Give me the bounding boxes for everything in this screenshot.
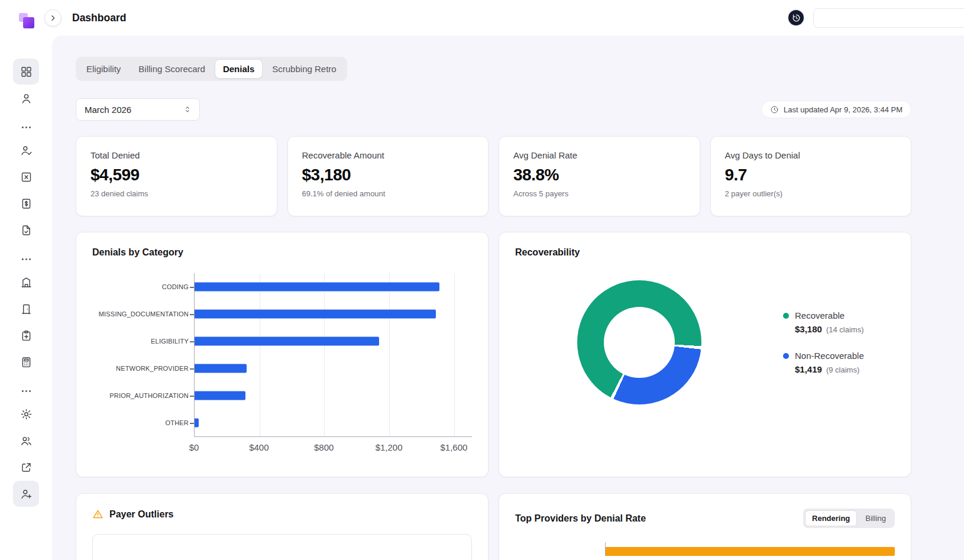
- stat-card-avg-days-to-denial: Avg Days to Denial9.72 payer outlier(s): [710, 136, 912, 216]
- stat-value: 38.8%: [513, 166, 685, 184]
- sidebar-item-denials[interactable]: [13, 164, 39, 190]
- x-square-icon: [20, 171, 33, 183]
- sidebar: [0, 0, 52, 560]
- user-plus-icon: [20, 488, 33, 500]
- sidebar-item-claims[interactable]: [13, 217, 39, 243]
- sidebar-item-invite-user[interactable]: [13, 481, 39, 507]
- charts-row: Denials by Category CODINGMISSING_DOCUME…: [76, 232, 911, 477]
- bar-prior-authorization: [195, 391, 245, 400]
- grid-icon: [20, 66, 33, 78]
- payer-outliers-card: Payer Outliers: [76, 493, 489, 560]
- bar-missing-documentation: [195, 310, 436, 319]
- sidebar-item-settings[interactable]: [13, 401, 39, 427]
- sidebar-expand-button[interactable]: [44, 9, 62, 27]
- provider-type-toggle: RenderingBilling: [803, 509, 895, 528]
- stat-sub: 69.1% of denied amount: [302, 189, 474, 198]
- denials-by-category-title: Denials by Category: [92, 247, 472, 258]
- bar-category-label: PRIOR_AUTHORIZATION: [92, 382, 194, 409]
- gear-icon: [20, 408, 33, 420]
- bar-category-label: MISSING_DOCUMENTATION: [92, 300, 194, 328]
- sidebar-item-calculator[interactable]: [13, 349, 39, 375]
- bar-category-label: CODING: [92, 273, 194, 300]
- legend-dot: [783, 353, 789, 359]
- stat-card-total-denied: Total Denied$4,59923 denied claims: [76, 136, 277, 216]
- x-tick-label: $400: [249, 442, 269, 452]
- page-title: Dashboard: [72, 0, 126, 35]
- top-providers-card: Top Providers by Denial Rate RenderingBi…: [499, 493, 911, 560]
- legend-value: $3,180: [795, 324, 822, 334]
- provider-label-column: [515, 542, 605, 556]
- last-updated-text: Last updated Apr 9, 2026, 3:44 PM: [784, 105, 902, 114]
- door-icon: [20, 303, 33, 315]
- sidebar-item-more-3[interactable]: [13, 382, 39, 400]
- stat-sub: 2 payer outlier(s): [725, 189, 897, 198]
- tab-scrubbing-retro[interactable]: Scrubbing Retro: [264, 59, 344, 79]
- last-updated-badge: Last updated Apr 9, 2026, 3:44 PM: [761, 101, 911, 118]
- external-link-icon: [20, 461, 33, 474]
- stat-value: $4,599: [90, 166, 263, 184]
- tab-eligibility[interactable]: Eligibility: [78, 59, 129, 79]
- ellipsis-icon: [20, 385, 33, 397]
- sidebar-item-more-2[interactable]: [13, 250, 39, 268]
- bar-row: [195, 328, 472, 355]
- view-tabs: EligibilityBilling ScorecardDenialsScrub…: [76, 57, 347, 81]
- month-select-value: March 2026: [85, 105, 131, 115]
- bar-eligibility: [195, 337, 379, 346]
- sidebar-item-facilities[interactable]: [13, 269, 39, 295]
- tab-billing-scorecard[interactable]: Billing Scorecard: [130, 59, 213, 79]
- sidebar-item-team[interactable]: [13, 428, 39, 454]
- sidebar-item-records[interactable]: [13, 296, 39, 322]
- unfold-chevrons-icon: [183, 105, 192, 114]
- recoverability-title: Recoverability: [515, 247, 895, 258]
- stat-card-avg-denial-rate: Avg Denial Rate38.8%Across 5 payers: [499, 136, 700, 216]
- sidebar-item-eligibility[interactable]: [13, 137, 39, 163]
- axis-tick-mark: [190, 341, 194, 342]
- recoverability-card: Recoverability Recoverable$3,180(14 clai…: [499, 232, 911, 477]
- toggle-billing[interactable]: Billing: [858, 510, 893, 526]
- axis-tick-mark: [190, 287, 194, 288]
- stats-row: Total Denied$4,59923 denied claimsRecove…: [76, 136, 911, 216]
- legend-dot: [783, 313, 789, 319]
- sidebar-item-billing[interactable]: [13, 190, 39, 216]
- x-tick-label: $800: [314, 442, 334, 452]
- logo-square-dark: [23, 17, 34, 28]
- top-providers-title: Top Providers by Denial Rate: [515, 513, 646, 524]
- sidebar-item-dashboard[interactable]: [13, 59, 39, 85]
- tab-denials[interactable]: Denials: [215, 59, 263, 79]
- header-search-box[interactable]: [813, 8, 964, 28]
- sidebar-item-more-1[interactable]: [13, 118, 39, 136]
- bar-coding: [195, 283, 439, 292]
- recoverability-donut: [577, 280, 701, 404]
- legend-label: Recoverable: [795, 310, 845, 321]
- bottom-row: Payer Outliers Top Providers by Denial R…: [76, 493, 911, 560]
- building-icon: [20, 276, 33, 289]
- users-icon: [20, 435, 33, 447]
- legend-claims: (9 claims): [826, 365, 859, 374]
- stat-value: $3,180: [302, 166, 474, 184]
- provider-bar: [606, 547, 895, 556]
- month-select[interactable]: March 2026: [76, 98, 200, 121]
- legend-claims: (14 claims): [826, 325, 864, 334]
- x-tick-label: $1,600: [440, 442, 467, 452]
- warning-triangle-icon: [92, 509, 103, 520]
- history-button[interactable]: [787, 9, 805, 27]
- legend-item-recoverable: Recoverable$3,180(14 claims): [783, 310, 864, 334]
- recoverability-chart: Recoverable$3,180(14 claims)Non-Recovera…: [515, 280, 895, 404]
- toggle-rendering[interactable]: Rendering: [805, 510, 857, 526]
- stat-label: Avg Days to Denial: [725, 150, 897, 160]
- top-header: Dashboard: [0, 0, 964, 35]
- receipt-dollar-icon: [20, 198, 33, 210]
- sidebar-item-patients[interactable]: [13, 85, 39, 111]
- donut-hole: [604, 307, 675, 378]
- bar-plot-area: [194, 273, 472, 437]
- sidebar-item-external[interactable]: [13, 454, 39, 480]
- axis-tick-mark: [190, 396, 194, 397]
- axis-tick-mark: [190, 423, 194, 424]
- sidebar-item-tasks[interactable]: [13, 322, 39, 348]
- legend-label: Non-Recoverable: [795, 351, 864, 361]
- user-check-icon: [20, 144, 33, 157]
- x-tick-label: $1,200: [376, 442, 403, 452]
- axis-tick-mark: [190, 314, 194, 315]
- bar-category-label: ELIGIBILITY: [92, 328, 194, 355]
- bar-row: [195, 382, 472, 409]
